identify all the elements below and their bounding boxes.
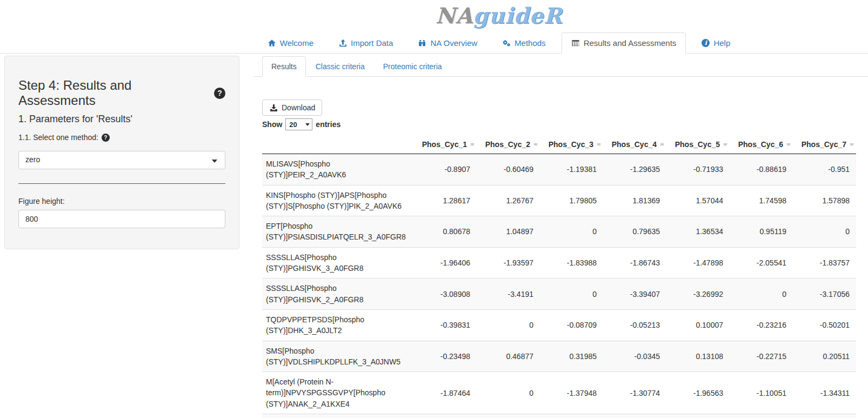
column-header-phos-cyc-3[interactable]: Phos_Cyc_3: [540, 135, 603, 154]
value-cell: 1.26767: [477, 185, 540, 216]
nav-item-results-and-assessments[interactable]: Results and Assessments: [562, 32, 686, 54]
value-cell: 0.95119: [730, 216, 793, 248]
sort-icon: [723, 140, 728, 149]
subtab-results[interactable]: Results: [262, 56, 306, 77]
column-header-label: Phos_Cyc_7: [802, 140, 846, 149]
value-cell: 0: [540, 278, 603, 310]
method-label-row: 1.1. Select one method: ?: [18, 133, 225, 142]
value-cell: -0.8907: [413, 154, 477, 185]
column-header-label: Phos_Cyc_2: [485, 140, 530, 149]
figure-height-label: Figure height:: [18, 197, 225, 205]
download-button[interactable]: Download: [262, 99, 322, 116]
next-row-sliver: [262, 414, 856, 418]
value-cell: -1.37948: [540, 372, 603, 414]
step-title: Step 4: Results and Assessments ?: [18, 78, 225, 108]
download-icon: [269, 103, 278, 112]
table-row: TQDPVPPETPSDS[Phospho (STY)]DHK_3_A0JLT2…: [262, 309, 856, 341]
value-cell: -0.39831: [413, 309, 477, 341]
sort-icon: [597, 140, 602, 149]
page-length-value: 20: [289, 121, 297, 129]
main-nav: Welcome Import Data NA Overview Methods …: [0, 31, 868, 54]
help-question-icon[interactable]: ?: [214, 88, 225, 99]
download-button-label: Download: [282, 103, 315, 112]
app-header: NAguideR: [0, 0, 868, 31]
nav-item-label: Help: [713, 38, 730, 48]
column-header-phos-cyc-6[interactable]: Phos_Cyc_6: [730, 135, 793, 154]
value-cell: 0.13108: [666, 341, 730, 372]
value-cell: 0: [540, 216, 603, 248]
value-cell: -1.96563: [666, 372, 730, 414]
row-name-cell: SMS[Phospho (STY)]VDLSHIPLKDPLLFK_3_A0JN…: [262, 341, 413, 372]
row-name-header: [262, 135, 413, 154]
table-row: M[Acetyl (Protein N-term)]NPVYSPGSSGVPY[…: [262, 372, 856, 414]
main-panel: ResultsClassic criteriaProteomic criteri…: [254, 55, 868, 418]
subtab-proteomic-criteria[interactable]: Proteomic criteria: [375, 57, 451, 76]
page-length-select[interactable]: 20: [285, 118, 312, 130]
column-header-phos-cyc-1[interactable]: Phos_Cyc_1: [413, 135, 477, 154]
sort-icon: [786, 140, 791, 149]
value-cell: -1.83757: [793, 247, 856, 278]
show-label: Show: [262, 120, 282, 129]
column-header-label: Phos_Cyc_1: [422, 140, 467, 149]
value-cell: -0.0345: [603, 341, 666, 372]
value-cell: 0: [793, 216, 856, 248]
nav-item-help[interactable]: iHelp: [692, 33, 739, 53]
row-name-cell: SSSSLLAS[Phospho (STY)]PGHISVK_2_A0FGR8: [262, 278, 413, 310]
value-cell: -1.19381: [540, 154, 603, 185]
value-cell: 1.57044: [666, 185, 730, 216]
sort-icon: [850, 140, 854, 149]
row-name-cell: TQDPVPPETPSDS[Phospho (STY)]DHK_3_A0JLT2: [262, 309, 413, 341]
column-header-phos-cyc-5[interactable]: Phos_Cyc_5: [666, 135, 730, 154]
value-cell: 1.74598: [730, 185, 793, 216]
home-icon: [268, 39, 276, 48]
method-question-icon[interactable]: ?: [102, 134, 110, 142]
value-cell: 0: [477, 309, 540, 341]
page-body: Step 4: Results and Assessments ? 1. Par…: [0, 54, 868, 418]
column-header-phos-cyc-4[interactable]: Phos_Cyc_4: [603, 135, 666, 154]
nav-item-welcome[interactable]: Welcome: [258, 33, 323, 53]
sort-icon: [470, 140, 475, 149]
value-cell: -0.23498: [413, 341, 477, 372]
method-select[interactable]: zero: [18, 151, 225, 169]
table-row: SSSSLLAS[Phospho (STY)]PGHISVK_3_A0FGR8-…: [262, 247, 856, 278]
table-row: MLISAVS[Phospho (STY)]PEIR_2_A0AVK6-0.89…: [262, 154, 856, 185]
sidebar-panel: Step 4: Results and Assessments ? 1. Par…: [4, 56, 239, 249]
select-arrow-icon: [305, 123, 310, 128]
table-row: SSSSLLAS[Phospho (STY)]PGHISVK_2_A0FGR8-…: [262, 278, 856, 310]
nav-item-label: Welcome: [280, 38, 313, 48]
table-icon: [571, 39, 580, 48]
value-cell: 1.28617: [413, 185, 477, 216]
value-cell: -1.93597: [477, 247, 540, 278]
value-cell: -2.05541: [730, 247, 793, 278]
value-cell: -1.34311: [793, 372, 856, 414]
value-cell: 1.57898: [793, 185, 856, 216]
value-cell: -0.60469: [477, 154, 540, 185]
sort-icon: [660, 140, 665, 149]
value-cell: -1.47898: [666, 247, 730, 278]
table-row: EPT[Phospho (STY)]PSIASDISLPIATQELR_3_A0…: [262, 216, 856, 248]
nav-item-methods[interactable]: Methods: [493, 33, 555, 53]
nav-item-na-overview[interactable]: NA Overview: [409, 33, 486, 53]
figure-height-input[interactable]: [18, 210, 225, 228]
nav-item-import-data[interactable]: Import Data: [329, 33, 402, 53]
app-logo: NAguideR: [436, 5, 563, 26]
column-header-phos-cyc-7[interactable]: Phos_Cyc_7: [793, 135, 856, 154]
nav-item-label: Results and Assessments: [584, 38, 677, 48]
results-table-body: MLISAVS[Phospho (STY)]PEIR_2_A0AVK6-0.89…: [262, 154, 856, 414]
binoculars-icon: [418, 39, 426, 48]
column-header-label: Phos_Cyc_4: [612, 140, 657, 149]
value-cell: -0.08709: [540, 309, 603, 341]
value-cell: -0.88619: [730, 154, 793, 185]
results-table-wrap: Phos_Cyc_1Phos_Cyc_2Phos_Cyc_3Phos_Cyc_4…: [254, 135, 868, 418]
value-cell: -0.71933: [666, 154, 730, 185]
row-name-cell: KINS[Phospho (STY)]APS[Phospho (STY)]S[P…: [262, 185, 413, 216]
value-cell: -1.87464: [413, 372, 477, 414]
value-cell: -1.30774: [603, 372, 666, 414]
value-cell: -3.4191: [477, 278, 540, 310]
entries-label: entries: [316, 120, 340, 129]
column-header-phos-cyc-2[interactable]: Phos_Cyc_2: [477, 135, 540, 154]
value-cell: -3.39407: [603, 278, 666, 310]
results-toolbar: Download Show 20 entries: [254, 77, 868, 130]
subtab-classic-criteria[interactable]: Classic criteria: [307, 57, 373, 76]
sidebar-divider: [18, 183, 225, 184]
